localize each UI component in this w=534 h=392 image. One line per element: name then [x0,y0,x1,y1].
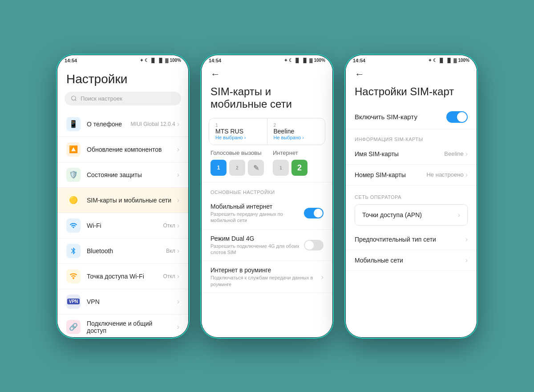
search-placeholder: Поиск настроек [81,95,122,102]
sim-card-1[interactable]: 1 MTS RUS Не выбрано › [209,118,267,145]
network-type-chevron: › [465,235,468,243]
sim-mobile-title: SIM-карты имобильные сети [202,82,332,118]
settings-item-wifi[interactable]: Wi-Fi Откл › [57,213,188,238]
vpn-chevron: › [177,298,179,306]
apn-chevron: › [458,211,460,219]
phone-1: 14:54 ✦ ☾ ▐▌ ▐▌ ▓ 100% Настройки Поиск н… [56,54,190,339]
sim-name-row[interactable]: Имя SIM-карты Beeline › [346,144,477,165]
voice-ask-button[interactable]: ✎ [248,160,264,176]
sim-number-chevron: › [465,171,468,179]
mobile-internet-toggle[interactable] [304,208,324,218]
status-icons-3: ✦ ☾ ▐▌ ▐▌ ▓ 100% [428,58,469,63]
wifi-chevron: › [177,222,179,230]
sim-name-row-value: Beeline [444,150,463,157]
phones-container: 14:54 ✦ ☾ ▐▌ ▐▌ ▓ 100% Настройки Поиск н… [56,54,478,339]
enable-sim-label: Включить SIM-карту [355,113,417,121]
about-label: О телефоне [87,121,122,128]
search-bar[interactable]: Поиск настроек [65,92,181,105]
roaming-text: Интернет в роуминге Подключаться к служб… [210,267,321,287]
sim-num-1: 1 [215,123,261,128]
sim-name-chevron: › [465,150,468,158]
wifi-text: Wi-Fi Откл › [87,222,179,230]
about-text: О телефоне MIUI Global 12.0.4 › [87,120,179,128]
dual4g-toggle[interactable] [304,240,324,251]
mobile-internet-row[interactable]: Мобильный интернет Разрешить передачу да… [202,198,332,230]
settings-item-bluetooth[interactable]: Bluetooth Вкл › [57,238,188,264]
apn-box[interactable]: Точки доступа (APN) › [355,204,468,226]
settings-item-sharing[interactable]: 🔗 Подключение и общийдоступ › [57,315,188,337]
sim-card-selector: 1 MTS RUS Не выбрано › 2 Beeline Не выбр… [209,118,325,145]
hotspot-chevron: › [177,272,179,280]
sim-text: SIM-карты и мобильные сети › [87,196,179,204]
internet-sim2-button[interactable]: 2 [291,160,307,176]
internet-title: Интернет [273,150,324,156]
sharing-text: Подключение и общийдоступ › [87,320,179,334]
enable-sim-toggle[interactable] [446,111,468,123]
settings-item-update[interactable]: 🔼 Обновление компонентов › [57,137,188,162]
bluetooth-text: Bluetooth Вкл › [87,247,179,255]
hotspot-icon [66,269,81,283]
hotspot-text: Точка доступа Wi-Fi Откл › [87,272,179,280]
dual4g-title: Режим Dual 4G [210,235,304,242]
back-button-3[interactable]: ← [353,67,366,81]
basic-settings-label: ОСНОВНЫЕ НАСТРОЙКИ [202,184,332,198]
time-2: 14:54 [209,58,221,63]
vpn-text: VPN › [87,298,179,306]
update-label: Обновление компонентов [87,146,162,153]
sharing-label: Подключение и общийдоступ [87,320,152,334]
vpn-label: VPN [87,298,100,305]
internet-section: Интернет 1 2 [273,150,324,176]
sim-card-2[interactable]: 2 Beeline Не выбрано › [267,118,325,145]
status-bar-1: 14:54 ✦ ☾ ▐▌ ▐▌ ▓ 100% [57,55,188,65]
network-type-row[interactable]: Предпочтительный тип сети › [346,229,477,250]
back-button-2[interactable]: ← [209,67,222,81]
sharing-icon: 🔗 [66,320,81,334]
about-icon: 📱 [66,117,81,131]
voice-internet-row: Голосовые вызовы 1 2 ✎ Интернет 1 2 [202,145,332,180]
update-text: Обновление компонентов › [87,145,179,154]
sim-status-1: Не выбрано › [215,135,261,140]
network-type-label: Предпочтительный тип сети [355,236,465,243]
voice-sim1-button[interactable]: 1 [210,160,227,176]
dual4g-row[interactable]: Режим Dual 4G Разрешить подключение 4G д… [202,230,332,262]
sim-number-row-value: Не настроено [426,171,463,178]
settings-list: 📱 О телефоне MIUI Global 12.0.4 › [57,112,188,337]
settings-item-sim[interactable]: 🟡 SIM-карты и мобильные сети › [57,188,188,213]
time-3: 14:54 [353,58,365,63]
protection-label: Состояние защиты [87,171,142,178]
wifi-icon [66,218,81,233]
roaming-row[interactable]: Интернет в роуминге Подключаться к служб… [202,261,332,293]
sim-number-row[interactable]: Номер SIM-карты Не настроено › [346,165,477,186]
sim-info-section: ИНФОРМАЦИЯ SIM-КАРТЫ Имя SIM-карты Beeli… [346,133,477,186]
sim-name-row-label: Имя SIM-карты [355,150,444,158]
mobile-networks-row[interactable]: Мобильные сети › [346,250,477,271]
settings-item-protection[interactable]: 🛡️ Состояние защиты › [57,162,188,188]
sim-cards-row: 1 MTS RUS Не выбрано › 2 Beeline Не выбр… [209,118,325,145]
hotspot-value: Откл [163,273,175,279]
status-icons-2: ✦ ☾ ▐▌ ▐▌ ▓ 100% [284,58,325,63]
dual4g-subtitle: Разрешить подключение 4G для обоих слото… [210,243,304,256]
search-icon [71,95,77,101]
enable-sim-row[interactable]: Включить SIM-карту [346,105,477,129]
bluetooth-value: Вкл [166,248,175,254]
wifi-value: Откл [163,222,175,229]
voice-sim2-button[interactable]: 2 [229,160,245,176]
about-value: MIUI Global 12.0.4 [131,121,175,127]
voice-section: Голосовые вызовы 1 2 ✎ [210,150,264,176]
status-icons-1: ✦ ☾ ▐▌ ▐▌ ▓ 100% [140,58,181,63]
protection-icon: 🛡️ [66,168,81,182]
time-1: 14:54 [65,58,77,63]
update-chevron: › [177,145,179,154]
hotspot-label: Точка доступа Wi-Fi [87,273,144,280]
mobile-networks-label: Мобильные сети [355,257,465,264]
sim-number-row-label: Номер SIM-карты [355,171,426,178]
sim-chevron: › [177,196,179,204]
internet-sim1-button[interactable]: 1 [273,160,289,176]
phone-2: 14:54 ✦ ☾ ▐▌ ▐▌ ▓ 100% ← SIM-карты имоби… [200,54,334,339]
about-chevron: › [177,120,179,128]
settings-item-vpn[interactable]: VPN VPN › [57,289,188,315]
roaming-chevron: › [321,273,324,281]
settings-item-hotspot[interactable]: Точка доступа Wi-Fi Откл › [57,264,188,289]
settings-title: Настройки [57,65,188,92]
settings-item-about[interactable]: 📱 О телефоне MIUI Global 12.0.4 › [57,112,188,137]
